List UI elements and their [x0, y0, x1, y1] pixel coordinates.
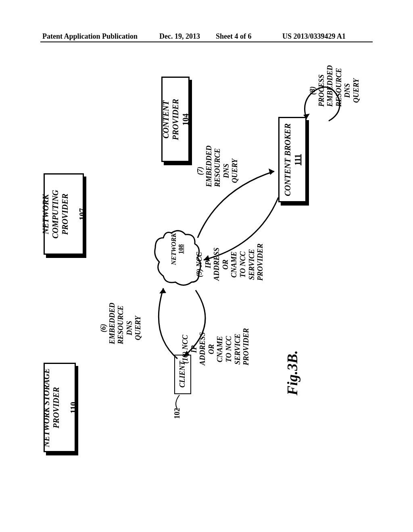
content-broker-box: CONTENT BROKER 111 [278, 117, 307, 202]
pub-type: Patent Application Publication [42, 32, 138, 41]
network-label-group: NETWORK 108 [161, 242, 194, 256]
network-computing-provider-box: NETWORK COMPUTING PROVIDER 107 [44, 173, 84, 255]
content-provider-ref: 104 [181, 79, 190, 160]
content-broker-label: CONTENT BROKER [283, 119, 292, 200]
step9-label: (9) NCC IP ADDRESS OR CNAME TO NCC SERVI… [195, 248, 265, 281]
content-broker-ref: 111 [293, 119, 302, 200]
step6-label: (6) EMBEDDED RESOURCE DNS QUERY [99, 312, 143, 344]
figure-label: Fig.3B. [284, 339, 301, 395]
pub-number: US 2013/0339429 A1 [282, 32, 346, 41]
ncp-label: NETWORK COMPUTING PROVIDER [41, 176, 70, 252]
content-provider-box: CONTENT PROVIDER 104 [161, 77, 190, 162]
network-storage-provider-box: NETWORK STORAGE PROVIDER 110 [44, 363, 76, 452]
nsp-label: NETWORK STORAGE PROVIDER [42, 365, 61, 450]
header-divider [40, 42, 373, 42]
content-provider-label: CONTENT PROVIDER [161, 79, 180, 160]
step10-label: (10) NCC IP ADDRESS OR CNAME TO NCC SERV… [181, 333, 251, 365]
client-ref: 102 [173, 405, 182, 422]
network-label: NETWORK [170, 233, 177, 265]
svg-marker-1 [269, 168, 274, 175]
step7-label: (7) EMBEDDED RESOURCE DNS QUERY [196, 155, 240, 187]
network-ref: 108 [177, 233, 185, 265]
svg-marker-3 [159, 288, 166, 293]
ncp-ref: 107 [78, 176, 87, 252]
figure-diagram: CONTENT PROVIDER 104 NETWORK COMPUTING P… [40, 56, 363, 484]
sheet-number: Sheet 4 of 6 [216, 32, 252, 41]
pub-date: Dec. 19, 2013 [159, 32, 200, 41]
svg-marker-0 [303, 114, 310, 119]
nsp-ref: 110 [69, 365, 78, 450]
step8-label: (8) PROCESS EMBEDDED RESOURCE DNS QUERY [309, 75, 361, 107]
